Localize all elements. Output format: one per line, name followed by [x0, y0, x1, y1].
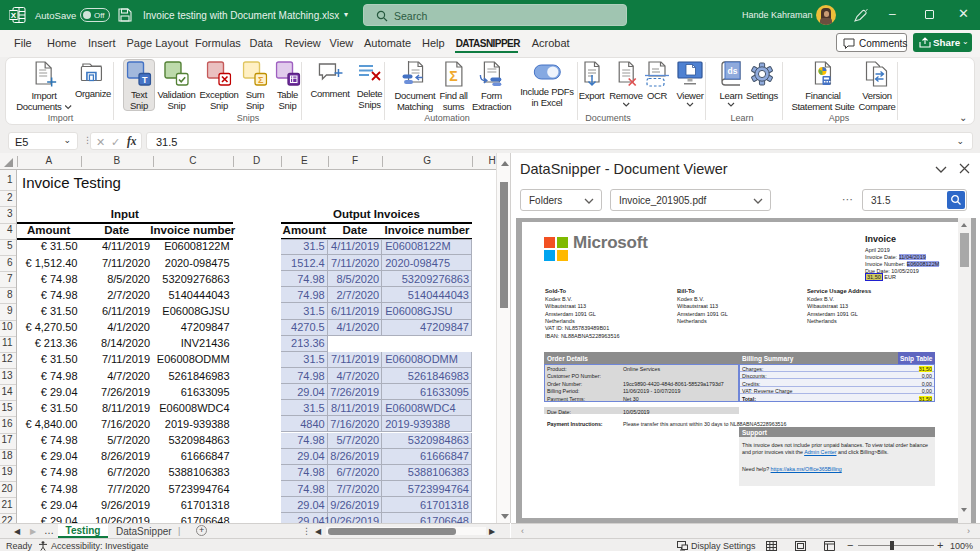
svg-text:X: X: [11, 11, 17, 20]
svg-text:Σ: Σ: [449, 68, 457, 84]
svg-text:Σ: Σ: [258, 75, 264, 85]
svg-text:T: T: [142, 75, 148, 85]
svg-text:ds: ds: [728, 66, 738, 76]
